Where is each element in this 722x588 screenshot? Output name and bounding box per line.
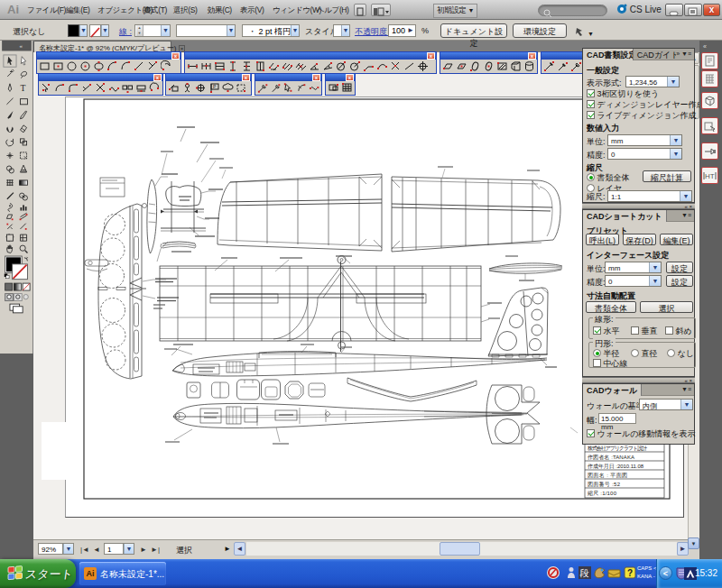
svg-text:?: ?	[627, 568, 633, 578]
svg-text:作図者名 :TANAKA: 作図者名 :TANAKA	[587, 455, 634, 461]
svg-text:図面番号 :52: 図面番号 :52	[588, 481, 621, 488]
svg-text:株式会社アプリクラフト設計: 株式会社アプリクラフト設計	[587, 445, 647, 452]
svg-text:図面名 : 平面図: 図面名 : 平面図	[588, 472, 627, 479]
svg-text:HT: HT	[705, 172, 715, 180]
svg-text:作成年月日 :2010.11.08: 作成年月日 :2010.11.08	[587, 464, 644, 470]
svg-text:«: «	[20, 42, 23, 49]
svg-text:P: P	[213, 84, 217, 89]
svg-text:段: 段	[580, 568, 589, 578]
svg-text:縮尺 :1/100: 縮尺 :1/100	[587, 490, 617, 497]
svg-text:T: T	[20, 83, 25, 93]
